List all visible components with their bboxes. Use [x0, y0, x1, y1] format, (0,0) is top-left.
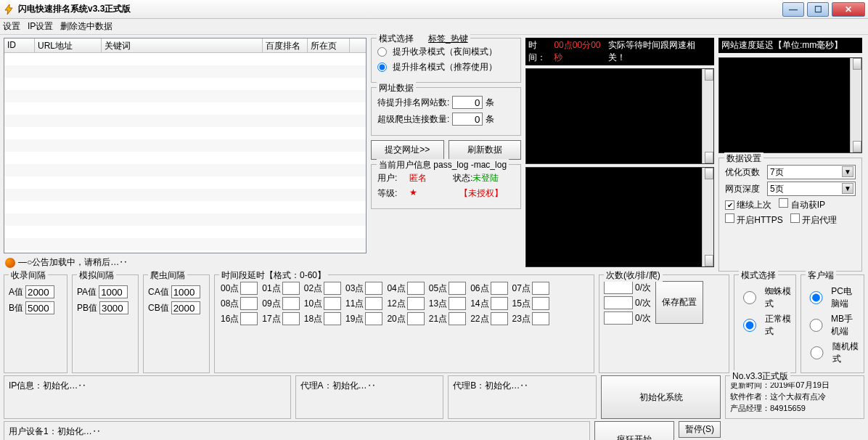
timeslot-4-input[interactable] [407, 282, 425, 295]
user-name: 匿名 [409, 172, 427, 184]
crazy-start-button[interactable]: 疯狂开始 [594, 421, 674, 440]
minimize-button[interactable]: — [782, 2, 804, 17]
init-system-button[interactable]: 初始化系统 [601, 375, 721, 419]
log-panel-1[interactable] [525, 68, 714, 164]
pause-button[interactable]: 暂停(S) [679, 421, 721, 438]
col-page[interactable]: 所在页 [308, 38, 350, 52]
record-interval-group: 收录间隔 A值 B值 [4, 274, 67, 373]
count-input-2[interactable] [604, 296, 633, 309]
timeslot-23-input[interactable] [532, 312, 549, 325]
client-group: 客户端 PC电脑端 MB手机端 随机模式 [801, 274, 864, 373]
menu-settings[interactable]: 设置 [3, 20, 20, 33]
timeslot-group: 时间段延时【格式：0-60】 00点01点02点03点04点05点06点07点0… [214, 274, 594, 373]
timeslot-15-input[interactable] [532, 297, 549, 310]
refresh-data-button[interactable]: 刷新数据 [449, 140, 522, 160]
status-dot-icon [5, 258, 15, 268]
scrollbar-icon[interactable] [702, 69, 713, 163]
rand-radio[interactable]: 随机模式 [806, 341, 859, 365]
col-keyword[interactable]: 关键词 [102, 38, 263, 52]
svg-marker-0 [5, 4, 12, 15]
crawl-interval-group: 爬虫间隔 CA值 CB值 [143, 274, 210, 373]
speed-header: 网站速度延迟【单位:mm毫秒】 [718, 38, 862, 53]
close-button[interactable]: ✕ [832, 2, 865, 17]
b-value-input[interactable] [25, 301, 54, 314]
timeslot-12-input[interactable] [407, 297, 425, 310]
timeslot-3-input[interactable] [365, 282, 382, 295]
mode-record-radio[interactable]: 提升收录模式（夜间模式） [377, 46, 515, 58]
col-url[interactable]: URL地址 [35, 38, 102, 52]
a-value-input[interactable] [25, 285, 54, 298]
timeslot-9-input[interactable] [282, 297, 300, 310]
submit-url-button[interactable]: 提交网址>> [371, 140, 444, 160]
menu-delete-selected[interactable]: 删除选中数据 [60, 20, 112, 33]
auth-status: 【未授权】 [459, 187, 503, 200]
timeslot-1-input[interactable] [282, 282, 300, 295]
ip-info-box: IP信息：初始化…‥ [4, 375, 291, 419]
spider-mode-radio[interactable]: 蜘蛛模式 [739, 285, 791, 310]
device1-box: 用户设备1：初始化…‥ [4, 421, 590, 440]
timeslot-14-input[interactable] [491, 297, 508, 310]
timeslot-21-input[interactable] [449, 312, 466, 325]
login-status: 未登陆 [472, 172, 499, 184]
timeslot-19-input[interactable] [365, 312, 382, 325]
count-group: 次数(收/排/爬) 0/次 0/次 0/次 保存配置 [599, 274, 729, 373]
count-input-1[interactable] [604, 281, 633, 294]
normal-mode-radio[interactable]: 正常模式 [739, 313, 791, 338]
user-info-group: 当前用户信息 pass_log -mac_log 用户:匿名 状态:未登陆 等级… [371, 164, 521, 209]
timeslot-11-input[interactable] [365, 297, 382, 310]
tab-hotkey-link[interactable]: 标签_热键 [428, 33, 468, 44]
page-depth-select[interactable]: 5页 [767, 182, 856, 196]
ca-value-input[interactable] [171, 285, 200, 298]
timeslot-13-input[interactable] [449, 297, 466, 310]
crawler-count-input[interactable] [452, 113, 483, 126]
mb-radio[interactable]: MB手机端 [806, 313, 859, 338]
proxy-b-box: 代理B：初始化…‥ [448, 375, 597, 419]
timeslot-18-input[interactable] [324, 312, 341, 325]
pa-value-input[interactable] [99, 285, 128, 298]
table-body [4, 53, 366, 253]
mode-rank-radio[interactable]: 提升排名模式（推荐使用） [377, 61, 515, 73]
data-settings-group: 数据设置 优化页数7页 网页深度5页 ✔ 继续上次 自动获IP 开启HTTPS … [718, 158, 862, 272]
site-count-input[interactable] [452, 96, 483, 109]
status-text: —○公告加载中，请稍后…‥ [18, 256, 128, 269]
window-title: 闪电快速排名系统v3.3正式版 [18, 3, 782, 15]
proxy-checkbox[interactable]: 开启代理 [790, 213, 837, 227]
mode-select-group: 模式选择 标签_热键 提升收录模式（夜间模式） 提升排名模式（推荐使用） [371, 38, 521, 83]
menu-ip-settings[interactable]: IP设置 [28, 20, 53, 33]
timeslot-16-input[interactable] [240, 312, 258, 325]
scrollbar-icon[interactable] [850, 58, 861, 152]
https-checkbox[interactable]: 开启HTTPS [725, 213, 783, 227]
speed-panel[interactable] [718, 57, 862, 153]
title-bar: 闪电快速排名系统v3.3正式版 — ☐ ✕ [0, 0, 868, 19]
maximize-button[interactable]: ☐ [807, 2, 829, 17]
timeslot-10-input[interactable] [324, 297, 341, 310]
col-baidu-rank[interactable]: 百度排名 [263, 38, 308, 52]
cb-value-input[interactable] [171, 301, 200, 314]
timeslot-2-input[interactable] [324, 282, 341, 295]
time-header: 时间：00点00分00秒 实际等待时间跟网速相关！ [525, 38, 714, 65]
timeslot-17-input[interactable] [282, 312, 300, 325]
log-panel-2[interactable] [525, 167, 714, 267]
timeslot-7-input[interactable] [532, 282, 549, 295]
user-level: ★ [409, 187, 417, 200]
pb-value-input[interactable] [99, 301, 128, 314]
timeslot-5-input[interactable] [449, 282, 466, 295]
auto-ip-checkbox[interactable]: 自动获IP [779, 198, 825, 211]
data-table[interactable]: ID URL地址 关键词 百度排名 所在页 [4, 38, 367, 253]
timeslot-0-input[interactable] [240, 282, 258, 295]
app-logo-icon [3, 4, 15, 15]
timeslot-8-input[interactable] [240, 297, 258, 310]
mode-select2-group: 模式选择 蜘蛛模式 正常模式 [734, 274, 796, 373]
save-config-button[interactable]: 保存配置 [655, 281, 703, 324]
timeslot-20-input[interactable] [407, 312, 425, 325]
proxy-a-box: 代理A：初始化…‥ [295, 375, 444, 419]
opt-pages-select[interactable]: 7页 [767, 165, 856, 179]
pc-radio[interactable]: PC电脑端 [806, 285, 859, 310]
count-input-3[interactable] [604, 311, 633, 325]
continue-checkbox[interactable]: ✔ 继续上次 [725, 199, 771, 211]
scrollbar-icon[interactable] [702, 168, 713, 266]
sim-interval-group: 模拟间隔 PA值 PB值 [72, 274, 139, 373]
col-id[interactable]: ID [4, 38, 35, 52]
timeslot-22-input[interactable] [491, 312, 508, 325]
timeslot-6-input[interactable] [491, 282, 508, 295]
